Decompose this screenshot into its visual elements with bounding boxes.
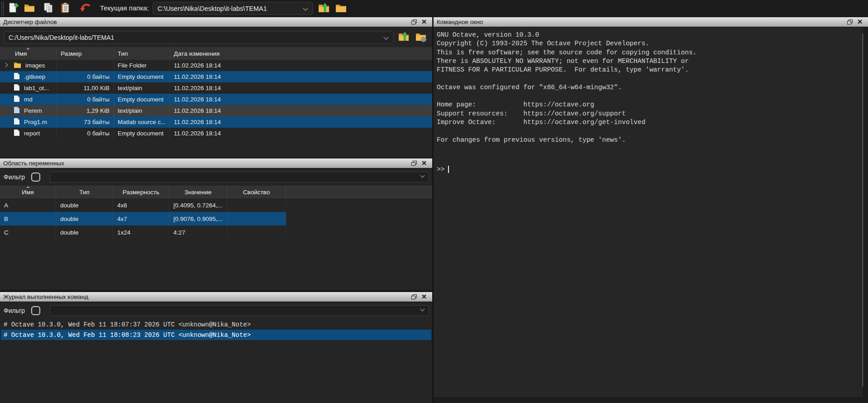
sort-indicator-icon <box>26 186 30 188</box>
column-header-size[interactable]: Размер <box>57 47 114 60</box>
chevron-down-icon <box>383 34 388 39</box>
expand-arrow-icon[interactable] <box>4 63 8 67</box>
folder-up-button[interactable] <box>317 2 330 15</box>
close-button[interactable] <box>419 159 429 168</box>
close-button[interactable] <box>419 293 429 301</box>
folder-actions-button[interactable] <box>415 31 427 44</box>
table-row[interactable]: Perem 1,29 KiB text/plain 11.02.2026 18:… <box>0 105 432 116</box>
terminal-prompt-line[interactable]: >> <box>437 166 449 173</box>
column-header-name[interactable]: Имя <box>0 186 56 198</box>
file-browser-panel: Диспетчер файлов C:/Users/Nika/Desktop/i… <box>0 17 432 158</box>
table-row[interactable]: images File Folder 11.02.2026 18:14 <box>0 60 432 71</box>
undock-button[interactable] <box>409 159 419 168</box>
terminal-output[interactable]: GNU Octave, version 10.3.0 Copyright (C)… <box>434 28 858 144</box>
close-button[interactable] <box>855 18 865 26</box>
workspace-table: A double 4x6 [0.4095, 0.7264,... B doubl… <box>0 198 432 239</box>
column-header-dims[interactable]: Размерность <box>113 186 169 198</box>
close-icon <box>421 160 426 167</box>
command-history-titlebar[interactable]: Журнал выполненных команд <box>0 292 432 302</box>
folder-up-icon <box>398 31 410 44</box>
history-list: # Octave 10.3.0, Wed Feb 11 18:07:37 202… <box>1 319 431 340</box>
list-item[interactable]: # Octave 10.3.0, Wed Feb 11 18:08:23 202… <box>1 330 431 340</box>
open-button[interactable] <box>23 2 36 15</box>
column-header-type[interactable]: Тип <box>56 186 113 198</box>
table-row[interactable]: report 0 байты Empty document 11.02.2026… <box>0 128 432 139</box>
file-icon <box>14 129 20 138</box>
list-item[interactable]: # Octave 10.3.0, Wed Feb 11 18:07:37 202… <box>1 319 431 330</box>
scrollbar-thumb[interactable] <box>863 34 863 387</box>
toolbar-drag-handle[interactable] <box>1 2 4 15</box>
vertical-scrollbar[interactable] <box>863 28 868 397</box>
file-browser-path-row: C:/Users/Nika/Desktop/it-labs/TEMA1 <box>0 30 432 45</box>
undock-button[interactable] <box>845 18 855 26</box>
file-icon <box>14 106 20 115</box>
undock-icon <box>847 19 853 24</box>
octave-main-window: { "toolbar": { "icons": ["new-script-ico… <box>0 0 868 403</box>
workspace-table-header: Имя Тип Размерность Значение Свойство <box>0 186 432 198</box>
undock-button[interactable] <box>409 293 419 301</box>
table-row[interactable]: Prog1.m 73 байты Matlab source c... 11.0… <box>0 116 432 128</box>
new-script-icon <box>7 2 19 15</box>
close-icon <box>421 19 426 26</box>
workspace-titlebar[interactable]: Область переменных <box>0 158 432 168</box>
file-browser-path-combobox[interactable]: C:/Users/Nika/Desktop/it-labs/TEMA1 <box>4 31 394 44</box>
current-folder-combobox[interactable]: C:\Users\Nika\Desktop\it-labs\TEMA1 <box>153 2 313 15</box>
workspace-filter-row: Фильтр <box>0 170 432 184</box>
file-browser-path-value: C:/Users/Nika/Desktop/it-labs/TEMA1 <box>9 34 114 41</box>
command-history-panel: Журнал выполненных команд Фильтр # Octav… <box>0 292 432 403</box>
text-cursor <box>448 166 449 173</box>
folder-icon <box>14 62 21 70</box>
command-window-titlebar[interactable]: Командное окно <box>434 17 868 27</box>
column-header-type[interactable]: Тип <box>114 47 170 60</box>
copy-button[interactable] <box>42 2 55 15</box>
close-button[interactable] <box>419 18 429 26</box>
folder-browse-icon <box>335 2 347 16</box>
close-icon <box>421 293 426 301</box>
undo-button[interactable] <box>79 2 92 15</box>
file-icon <box>14 118 20 126</box>
table-row[interactable]: C double 1x24 4:27 <box>0 225 432 239</box>
column-header-attr[interactable]: Свойство <box>227 186 286 198</box>
undock-icon <box>411 294 417 299</box>
file-table: images File Folder 11.02.2026 18:14 .git… <box>0 60 432 139</box>
filter-label: Фильтр <box>4 307 25 314</box>
filter-checkbox[interactable] <box>31 173 40 182</box>
filter-combobox[interactable] <box>50 305 429 316</box>
workspace-panel: Область переменных Фильтр Имя Тип Размер… <box>0 158 432 290</box>
paste-button[interactable] <box>59 2 72 15</box>
filter-checkbox[interactable] <box>31 306 40 315</box>
undock-icon <box>411 19 417 24</box>
workspace-title: Область переменных <box>3 160 64 167</box>
column-header-value[interactable]: Значение <box>169 186 227 198</box>
copy-icon <box>43 2 54 15</box>
browse-folder-button[interactable] <box>334 2 348 15</box>
table-row[interactable]: lab1_ot... 11,00 KiB text/plain 11.02.20… <box>0 82 432 94</box>
table-row[interactable]: B double 4x7 [0.9076, 0.9095,... <box>0 212 432 225</box>
chevron-down-icon <box>303 5 308 10</box>
command-history-title: Журнал выполненных команд <box>3 293 88 300</box>
chevron-down-icon <box>420 173 425 178</box>
table-row[interactable]: md 0 байты Empty document 11.02.2026 18:… <box>0 94 432 105</box>
folder-up-icon <box>318 2 330 16</box>
current-folder-label: Текущая папка: <box>100 4 149 12</box>
history-filter-row: Фильтр <box>0 304 432 317</box>
filter-combobox[interactable] <box>50 172 429 182</box>
table-row[interactable]: A double 4x6 [0.4095, 0.7264,... <box>0 198 432 212</box>
file-table-header: Имя Размер Тип Дата изменения <box>0 47 432 60</box>
prompt-symbol: >> <box>437 166 444 173</box>
column-header-date[interactable]: Дата изменения <box>170 47 432 60</box>
command-window-title: Командное окно <box>437 19 483 25</box>
undock-button[interactable] <box>409 18 419 26</box>
file-browser-titlebar[interactable]: Диспетчер файлов <box>0 17 432 27</box>
one-directory-up-button[interactable] <box>397 31 410 44</box>
new-script-button[interactable] <box>6 2 20 15</box>
close-icon <box>857 19 862 26</box>
file-browser-title: Диспетчер файлов <box>3 19 57 25</box>
paste-icon <box>60 2 72 15</box>
table-row[interactable]: .gitkeep 0 байты Empty document 11.02.20… <box>0 71 432 82</box>
horizontal-scrollbar[interactable] <box>434 397 868 403</box>
current-folder-value: C:\Users\Nika\Desktop\it-labs\TEMA1 <box>157 5 267 12</box>
column-header-name[interactable]: Имя <box>0 47 57 60</box>
filter-label: Фильтр <box>4 173 25 181</box>
file-icon <box>14 72 20 81</box>
